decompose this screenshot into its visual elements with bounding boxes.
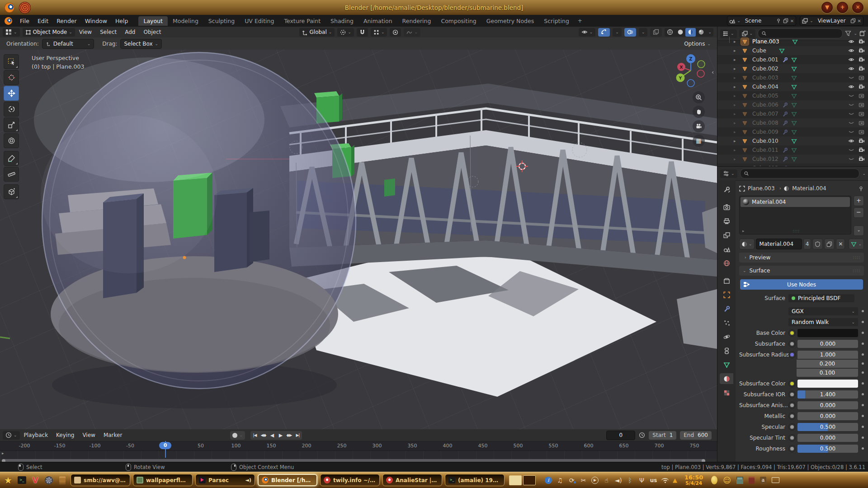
current-frame-field[interactable]: 0 [606, 431, 635, 440]
render-camera-icon[interactable] [857, 156, 866, 162]
mesh-object-icon[interactable] [741, 56, 749, 63]
subsurface-radius-x[interactable]: 1.000 [797, 351, 858, 359]
media-player-launcher-icon[interactable]: V [30, 475, 41, 486]
keyframe-dot[interactable] [862, 404, 864, 406]
show-desktop-icon[interactable] [772, 477, 779, 483]
outliner-search-input[interactable] [758, 28, 843, 38]
archive-launcher-icon[interactable] [57, 475, 68, 486]
topbar-menu-item[interactable]: File [16, 18, 33, 24]
visibility-eye-icon[interactable] [847, 38, 855, 45]
editor-type-button[interactable]: ⌄ [3, 28, 20, 37]
remove-slot-button[interactable]: − [854, 207, 864, 218]
base-color-socket[interactable] [788, 329, 796, 337]
xray-toggle[interactable] [650, 28, 662, 37]
base-color-swatch[interactable] [797, 329, 858, 337]
workspace-2[interactable] [523, 475, 536, 485]
use-nodes-button[interactable]: Use Nodes [740, 279, 863, 290]
copy-datablock-button[interactable] [824, 239, 835, 249]
record-button[interactable] [232, 433, 237, 438]
taskbar-window-analiestar[interactable]: AnalieStar | H... [382, 474, 442, 486]
taskbar-window-ssh[interactable]: >_ (amalie) 192.1... [445, 474, 505, 486]
timeline-editor-type-button[interactable]: ⌄ [3, 431, 20, 440]
visibility-eye-icon[interactable] [847, 102, 855, 108]
tab-physics[interactable] [720, 331, 733, 342]
keyframe-dot[interactable] [862, 321, 864, 323]
frame-end-field[interactable]: End600 [680, 431, 712, 440]
keyframe-dot[interactable] [862, 353, 864, 356]
outliner-row[interactable]: ▸ Cube.012 [717, 155, 868, 164]
keyframe-dot[interactable] [862, 426, 864, 428]
render-camera-icon[interactable] [857, 47, 866, 54]
workspace-tab[interactable]: Geometry Nodes [481, 16, 539, 26]
tab-view-layer[interactable] [720, 230, 733, 240]
roughness-slider[interactable]: 0.500 [797, 445, 858, 453]
warning-tray-icon[interactable]: ▲ [673, 477, 677, 483]
timeline-track-area[interactable] [0, 451, 717, 459]
overlays-toggle[interactable] [624, 28, 636, 37]
subsurface-aniso-slider[interactable]: 0.000 [797, 401, 858, 409]
workspace-tab[interactable]: Shading [326, 16, 359, 26]
mesh-object-icon[interactable] [741, 137, 749, 145]
tab-world[interactable] [720, 258, 733, 268]
expand-arrow-icon[interactable]: ▸ [734, 48, 739, 53]
subsurface-slider[interactable]: 0.000 [797, 340, 858, 348]
mesh-object-icon[interactable] [741, 47, 749, 54]
timeline-menu-item[interactable]: Marker [99, 432, 126, 438]
select-box-tool[interactable] [4, 54, 19, 69]
mesh-object-icon[interactable] [741, 101, 749, 108]
mesh-object-icon[interactable] [741, 92, 749, 99]
surface-panel-header[interactable]: ⌄ Surface :::: [739, 266, 864, 276]
workspace-tab[interactable]: Sculpting [203, 16, 240, 26]
viewport-menu-item[interactable]: Select [96, 29, 121, 35]
viewlayer-name[interactable]: ViewLayer [815, 18, 849, 24]
egg-tray-icon[interactable] [711, 476, 717, 484]
menu-star-icon[interactable]: ★ [3, 475, 14, 486]
mesh-object-icon[interactable] [741, 155, 749, 163]
tab-texture[interactable] [720, 387, 733, 398]
outliner-display-mode-button[interactable]: ⌄ [720, 29, 737, 38]
pan-hand-button[interactable] [693, 106, 705, 118]
tab-object[interactable] [720, 289, 733, 300]
topbar-menu-item[interactable]: Edit [33, 18, 52, 24]
tab-tool[interactable] [720, 184, 733, 195]
visibility-eye-icon[interactable] [847, 120, 855, 126]
play-reverse-button[interactable]: ◀ [268, 432, 276, 438]
outliner-row[interactable]: ▸ Cube.002 [717, 64, 868, 73]
camera-view-button[interactable] [693, 120, 705, 132]
material-slot-item[interactable]: Material.004 [741, 197, 850, 207]
keyframe-dot[interactable] [862, 332, 864, 334]
sss-method-dropdown[interactable]: Random Walk ⌄ [788, 318, 858, 326]
viewport-menu-item[interactable]: Add [121, 29, 139, 35]
red-book-tray-icon[interactable] [749, 477, 755, 484]
scale-tool[interactable] [4, 117, 19, 132]
render-camera-icon[interactable] [857, 138, 866, 144]
roughness-socket[interactable] [788, 445, 796, 452]
pin-icon[interactable] [776, 18, 781, 23]
mesh-object-icon[interactable] [741, 119, 749, 127]
taskbar-window-twily[interactable]: twily.info ~/ - ... [320, 474, 380, 486]
workspace-tab[interactable]: Layout [138, 16, 168, 26]
object-name[interactable]: Cube.004 [750, 84, 780, 90]
material-slot-list[interactable]: Material.004 ▸ :::: [739, 196, 851, 235]
update-tray-icon[interactable]: ⟳ [568, 477, 576, 484]
expand-arrow-icon[interactable]: ▸ [734, 148, 739, 152]
mesh-object-icon[interactable] [741, 110, 749, 117]
close-button[interactable]: ✕ [852, 2, 863, 13]
scene-selector[interactable]: ⌄ Scene ✕ [727, 16, 796, 26]
tab-scene[interactable] [720, 244, 733, 254]
tab-collection[interactable] [720, 275, 733, 286]
add-cube-tool[interactable] [4, 184, 19, 199]
playhead-frame-badge[interactable]: 0 [159, 442, 171, 449]
taskbar-window-smb[interactable]: smb://awv@10... [71, 474, 130, 486]
play-button[interactable]: ▶ [276, 432, 285, 438]
properties-editor-type-button[interactable]: ⌄ [720, 169, 737, 178]
unlink-scene-icon[interactable]: ✕ [790, 19, 794, 23]
tab-material[interactable] [720, 373, 733, 384]
render-camera-icon[interactable] [857, 120, 866, 126]
keying-dropdown[interactable]: ⌄ [239, 433, 243, 437]
browse-material-button[interactable]: ⌄ [739, 239, 755, 249]
visibility-eye-icon[interactable] [847, 93, 855, 99]
keyframe-dot[interactable] [862, 382, 864, 385]
snap-settings-dropdown[interactable]: ⌄ [371, 28, 387, 37]
visibility-eye-icon[interactable] [847, 147, 855, 153]
